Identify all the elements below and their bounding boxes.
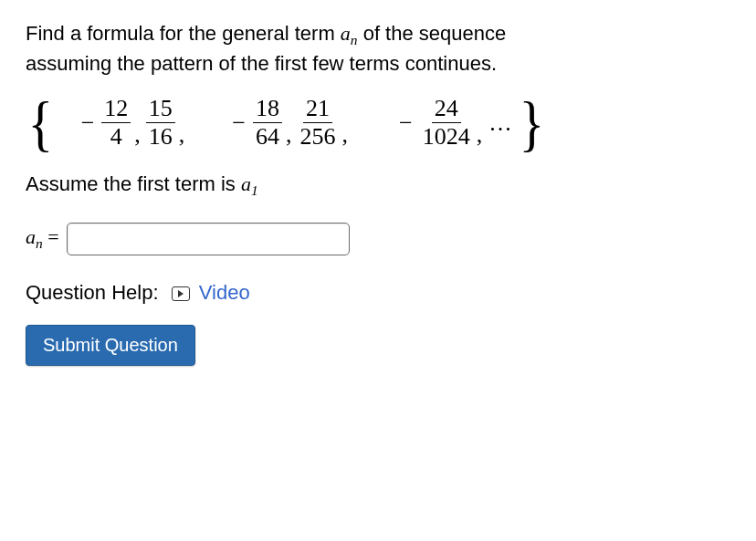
term-2-fraction: 15 16 [146,97,175,149]
term-5-fraction: 24 1024 [420,97,473,149]
right-brace-icon: } [519,96,544,151]
prompt-text-1: Find a formula for the general term [26,22,341,45]
question-help-row: Question Help: Video [26,279,730,307]
video-icon [172,286,190,301]
answer-label: an = [26,224,59,254]
left-brace-icon: { [27,96,53,151]
prompt-an-sub: n [351,32,358,47]
prompt-text-1b: of the sequence [358,22,507,45]
term-3-sign: − [232,111,246,135]
prompt-an-var: a [341,22,351,45]
answer-input[interactable] [67,223,350,255]
term-4-fraction: 21 256 [297,97,338,149]
question-prompt: Find a formula for the general term an o… [26,20,730,78]
sequence-display: { − 12 4 , 15 16 , − 18 64 , 21 256 , − … [26,96,730,151]
ellipsis: ... [489,111,513,135]
submit-question-button[interactable]: Submit Question [26,325,195,366]
term-3-fraction: 18 64 [253,97,282,149]
answer-row: an = [26,223,730,255]
term-5-sign: − [399,111,413,135]
prompt-text-2: assuming the pattern of the first few te… [26,52,497,75]
term-1-fraction: 12 4 [101,97,131,149]
term-1-sign: − [81,111,95,135]
video-link[interactable]: Video [199,281,250,304]
question-help-label: Question Help: [26,281,159,304]
assume-text: Assume the first term is a1 [26,171,730,201]
